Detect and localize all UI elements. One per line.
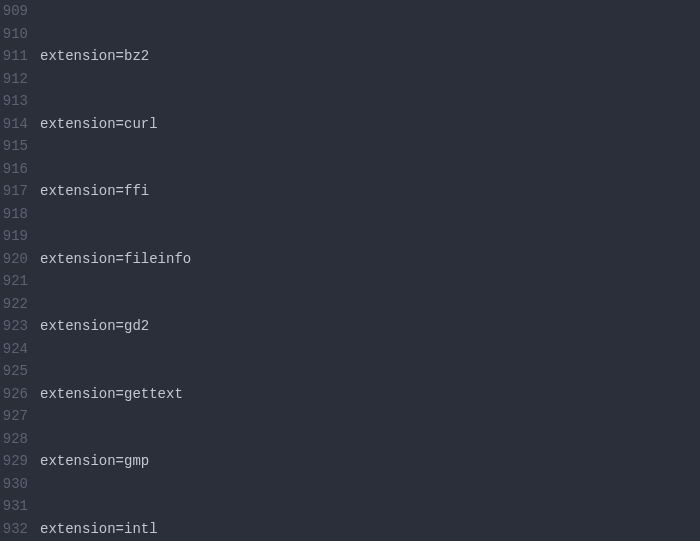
code-line[interactable]: extension=curl: [40, 113, 700, 136]
line-number: 916: [0, 158, 28, 181]
line-number: 918: [0, 203, 28, 226]
line-number: 930: [0, 473, 28, 496]
line-number: 920: [0, 248, 28, 271]
line-number: 915: [0, 135, 28, 158]
code-line[interactable]: extension=gettext: [40, 383, 700, 406]
line-number: 922: [0, 293, 28, 316]
line-number: 932: [0, 518, 28, 541]
line-number: 910: [0, 23, 28, 46]
line-number: 914: [0, 113, 28, 136]
code-line[interactable]: extension=gmp: [40, 450, 700, 473]
line-number: 923: [0, 315, 28, 338]
code-editor[interactable]: 909 910 911 912 913 914 915 916 917 918 …: [0, 0, 700, 541]
code-line[interactable]: extension=intl: [40, 518, 700, 541]
line-number: 911: [0, 45, 28, 68]
code-line[interactable]: extension=fileinfo: [40, 248, 700, 271]
line-number: 929: [0, 450, 28, 473]
code-line[interactable]: extension=gd2: [40, 315, 700, 338]
line-number: 912: [0, 68, 28, 91]
line-number: 931: [0, 495, 28, 518]
code-content[interactable]: extension=bz2 extension=curl extension=f…: [40, 0, 700, 541]
code-line[interactable]: extension=ffi: [40, 180, 700, 203]
line-number-gutter: 909 910 911 912 913 914 915 916 917 918 …: [0, 0, 40, 541]
line-number: 924: [0, 338, 28, 361]
line-number: 925: [0, 360, 28, 383]
code-line[interactable]: extension=bz2: [40, 45, 700, 68]
line-number: 928: [0, 428, 28, 451]
line-number: 921: [0, 270, 28, 293]
line-number: 913: [0, 90, 28, 113]
line-number: 917: [0, 180, 28, 203]
line-number: 919: [0, 225, 28, 248]
line-number: 909: [0, 0, 28, 23]
line-number: 927: [0, 405, 28, 428]
line-number: 926: [0, 383, 28, 406]
